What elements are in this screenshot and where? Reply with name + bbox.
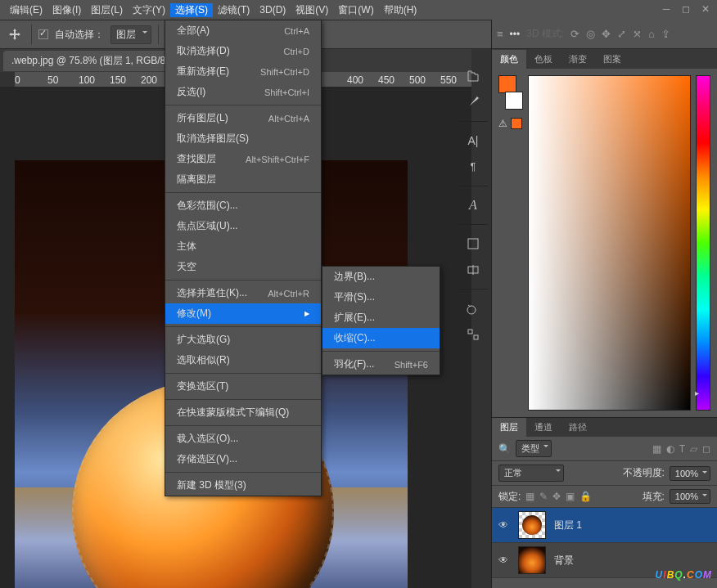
tab-layers[interactable]: 图层 [492, 418, 526, 437]
share-icon[interactable]: ⇪ [661, 28, 670, 40]
visibility-icon[interactable]: 👁 [498, 519, 510, 531]
hue-slider[interactable] [696, 75, 710, 411]
submenu-border[interactable]: 边界(B)... [322, 267, 440, 287]
tab-paths[interactable]: 路径 [561, 418, 595, 437]
tab-gradients[interactable]: 渐变 [561, 50, 595, 69]
roll-3d-icon[interactable]: ◎ [586, 28, 595, 40]
filter-type-icon[interactable]: T [679, 443, 685, 455]
auto-select-checkbox[interactable] [38, 29, 48, 39]
background-swatch[interactable] [505, 92, 523, 110]
tab-channels[interactable]: 通道 [526, 418, 561, 437]
filter-shape-icon[interactable]: ▱ [690, 443, 697, 455]
right-panels: ≡ ••• 3D 模式: ⟳ ◎ ✥ ⤢ ⤧ ⌂ ⇪ 颜色 色板 渐变 图案 ⚠… [491, 20, 717, 588]
filter-smart-icon[interactable]: ◻ [702, 443, 710, 455]
menu-find-layers[interactable]: 查找图层Alt+Shift+Ctrl+F [165, 149, 321, 169]
menu-reselect[interactable]: 重新选择(E)Shift+Ctrl+D [165, 61, 321, 82]
menu-quick-mask[interactable]: 在快速蒙版模式下编辑(Q) [165, 402, 321, 423]
move-tool-icon[interactable] [5, 25, 25, 44]
tab-swatches[interactable]: 色板 [526, 50, 561, 69]
styles-icon[interactable] [458, 231, 488, 256]
brush-settings-icon[interactable] [458, 64, 488, 88]
foreground-swatch[interactable] [498, 75, 516, 93]
menu-deselect-layers[interactable]: 取消选择图层(S) [165, 128, 321, 149]
menu-transform-selection[interactable]: 变换选区(T) [165, 376, 321, 397]
menu-view[interactable]: 视图(V) [291, 3, 333, 17]
tab-patterns[interactable]: 图案 [595, 50, 629, 69]
lock-position-icon[interactable]: ✥ [552, 491, 561, 502]
menu-select-and-mask[interactable]: 选择并遮住(K)...Alt+Ctrl+R [165, 283, 321, 303]
menu-new-3d[interactable]: 新建 3D 模型(3) [165, 475, 321, 496]
filter-search-icon[interactable]: 🔍 [498, 443, 511, 455]
menu-edit[interactable]: 编辑(E) [5, 3, 47, 17]
menu-deselect[interactable]: 取消选择(D)Ctrl+D [165, 41, 321, 61]
menu-subject[interactable]: 主体 [165, 236, 321, 257]
color-picker-field[interactable] [528, 75, 691, 411]
close-icon[interactable]: ✕ [699, 2, 712, 16]
brushes-icon[interactable] [458, 90, 488, 114]
pan-3d-icon[interactable]: ✥ [602, 28, 611, 40]
auto-select-dropdown[interactable]: 图层 [110, 25, 151, 44]
document-tab-active[interactable]: .webp.jpg @ 75.8% (图层 1, RGB/8#) [3, 51, 183, 71]
home-icon[interactable]: ⌂ [648, 28, 655, 40]
filter-pixel-icon[interactable]: ▦ [652, 443, 661, 455]
menu-inverse[interactable]: 反选(I)Shift+Ctrl+I [165, 82, 321, 102]
menu-3d[interactable]: 3D(D) [255, 4, 291, 16]
menu-window[interactable]: 窗口(W) [333, 3, 378, 17]
svg-rect-5 [474, 335, 478, 339]
menu-all-layers[interactable]: 所有图层(L)Alt+Ctrl+A [165, 108, 321, 128]
select-menu: 全部(A)Ctrl+A 取消选择(D)Ctrl+D 重新选择(E)Shift+C… [165, 20, 322, 496]
paragraph-icon[interactable]: ¶ [458, 155, 488, 179]
lock-all-icon[interactable]: 🔒 [579, 491, 592, 502]
submenu-feather[interactable]: 羽化(F)...Shift+F6 [322, 354, 440, 375]
minimize-icon[interactable]: ─ [660, 2, 673, 16]
align-left-icon[interactable]: ≡ [497, 28, 503, 40]
scale-3d-icon[interactable]: ⤧ [633, 28, 642, 40]
menu-modify[interactable]: 修改(M) [165, 303, 321, 324]
menu-isolate-layers[interactable]: 隔离图层 [165, 169, 321, 190]
filter-adjust-icon[interactable]: ◐ [666, 443, 674, 455]
lock-artboard-icon[interactable]: ▣ [566, 491, 575, 502]
history-icon[interactable] [458, 296, 488, 321]
actions-icon[interactable] [458, 322, 488, 347]
character-icon[interactable]: A| [458, 128, 488, 153]
slide-3d-icon[interactable]: ⤢ [617, 28, 626, 40]
filter-type-dropdown[interactable]: 类型 [516, 440, 552, 457]
menu-grow[interactable]: 扩大选取(G) [165, 330, 321, 350]
menu-select-all[interactable]: 全部(A)Ctrl+A [165, 20, 321, 41]
submenu-contract[interactable]: 收缩(C)... [322, 328, 440, 348]
menu-color-range[interactable]: 色彩范围(C)... [165, 195, 321, 216]
menu-image[interactable]: 图像(I) [47, 3, 86, 17]
menu-sky[interactable]: 天空 [165, 257, 321, 277]
layer-row[interactable]: 👁 图层 1 [492, 508, 717, 543]
menu-focus-area[interactable]: 焦点区域(U)... [165, 216, 321, 236]
svg-rect-0 [468, 239, 478, 249]
menu-save-selection[interactable]: 存储选区(V)... [165, 449, 321, 469]
restore-icon[interactable]: ◻ [679, 2, 692, 16]
menu-filter[interactable]: 滤镜(T) [213, 3, 255, 17]
layer-name[interactable]: 背景 [554, 554, 574, 568]
layer-thumb[interactable] [518, 546, 546, 574]
fill-dropdown[interactable]: 100% [670, 489, 710, 504]
menu-layer[interactable]: 图层(L) [86, 3, 128, 17]
lock-pixels-icon[interactable]: ✎ [539, 491, 548, 502]
lock-transparency-icon[interactable]: ▦ [525, 491, 534, 502]
submenu-smooth[interactable]: 平滑(S)... [322, 287, 440, 307]
menu-select[interactable]: 选择(S) [170, 3, 213, 17]
menu-help[interactable]: 帮助(H) [379, 3, 422, 17]
glyphs-icon[interactable]: A [458, 193, 488, 218]
menu-similar[interactable]: 选取相似(R) [165, 350, 321, 370]
menu-load-selection[interactable]: 载入选区(O)... [165, 429, 321, 449]
menu-type[interactable]: 文字(Y) [128, 3, 170, 17]
opacity-dropdown[interactable]: 100% [670, 466, 710, 481]
adjustments-icon[interactable] [458, 258, 488, 282]
layer-filter-row: 🔍 类型 ▦ ◐ T ▱ ◻ [492, 437, 717, 461]
layer-thumb[interactable] [518, 511, 546, 539]
tab-color[interactable]: 颜色 [492, 50, 526, 69]
blend-mode-dropdown[interactable]: 正常 [498, 465, 564, 482]
collapsed-panels: A| ¶ A [458, 56, 488, 347]
layer-name[interactable]: 图层 1 [554, 518, 582, 532]
submenu-expand[interactable]: 扩展(E)... [322, 307, 440, 328]
visibility-icon[interactable]: 👁 [498, 554, 510, 566]
orbit-3d-icon[interactable]: ⟳ [570, 28, 579, 40]
auto-select-label: 自动选择： [55, 28, 104, 42]
